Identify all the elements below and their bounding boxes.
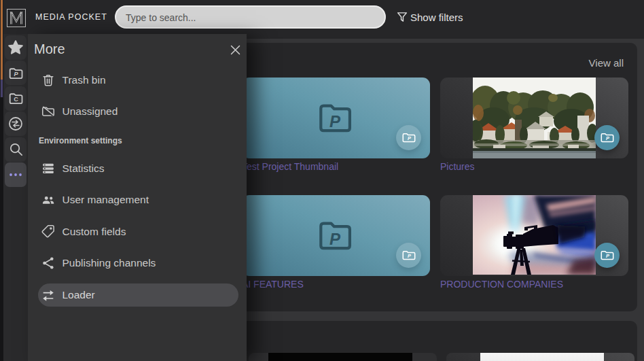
svg-text:C: C [14,96,18,103]
svg-text:P: P [605,135,609,141]
svg-text:P: P [407,253,410,259]
svg-text:P: P [407,135,410,141]
svg-text:P: P [329,112,341,131]
svg-text:P: P [14,70,18,77]
svg-text:P: P [329,230,341,248]
svg-text:P: P [605,253,609,259]
